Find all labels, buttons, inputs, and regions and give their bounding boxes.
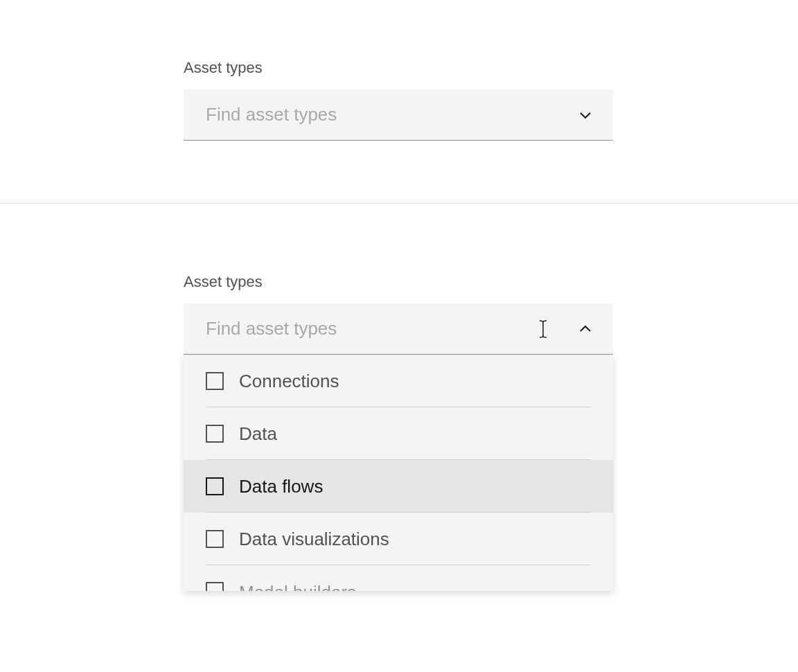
asset-types-label-open: Asset types xyxy=(184,273,614,291)
menu-item-label: Data flows xyxy=(239,476,323,497)
menu-item-data[interactable]: Data xyxy=(184,407,613,460)
asset-types-combo-open[interactable] xyxy=(184,303,613,355)
menu-item-connections[interactable]: Connections xyxy=(184,355,613,407)
menu-item-label: Data xyxy=(239,423,277,445)
asset-types-menu: Connections Data Data flows Data visuali… xyxy=(184,355,613,591)
closed-dropdown-section: Asset types xyxy=(0,0,798,203)
menu-item-model-builders[interactable]: Model builders xyxy=(184,565,613,591)
checkbox-icon[interactable] xyxy=(206,372,224,390)
checkbox-icon[interactable] xyxy=(206,530,224,548)
open-dropdown-section: Asset types Connections Data xyxy=(0,204,798,653)
checkbox-icon[interactable] xyxy=(206,582,224,591)
checkbox-icon[interactable] xyxy=(206,425,224,443)
checkbox-icon[interactable] xyxy=(206,477,224,495)
asset-types-combo-closed[interactable] xyxy=(184,89,613,141)
menu-item-data-visualizations[interactable]: Data visualizations xyxy=(184,513,613,565)
menu-item-label: Connections xyxy=(239,371,339,392)
menu-item-label: Model builders xyxy=(239,582,356,591)
asset-types-input-open[interactable] xyxy=(184,303,613,355)
asset-types-label: Asset types xyxy=(184,59,614,77)
menu-item-data-flows[interactable]: Data flows xyxy=(184,460,613,513)
asset-types-input-closed[interactable] xyxy=(184,89,613,141)
menu-item-label: Data visualizations xyxy=(239,529,389,550)
